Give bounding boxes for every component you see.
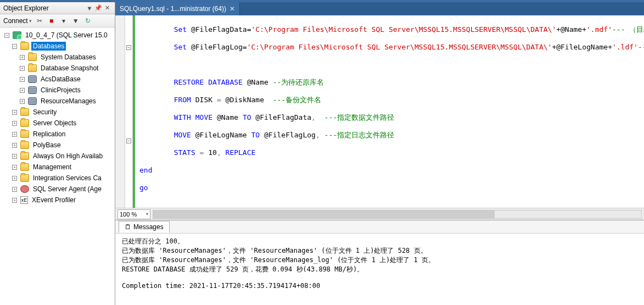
collapse-gutter: − − <box>125 15 133 208</box>
server-node[interactable]: −10_0_4_7 (SQL Server 15.0 <box>0 30 115 41</box>
polybase-node[interactable]: +PolyBase <box>0 140 115 151</box>
agent-icon <box>20 185 29 193</box>
server-objects-node[interactable]: +Server Objects <box>0 118 115 129</box>
messages-tab[interactable]: 🗒 Messages <box>119 221 170 232</box>
messages-panel: 🗒 Messages 已处理百分之 100。 已为数据库 'ResourceMa… <box>115 220 644 305</box>
database-icon <box>28 86 37 94</box>
security-node[interactable]: +Security <box>0 107 115 118</box>
system-databases-node[interactable]: +System Databases <box>0 52 115 63</box>
database-icon <box>28 97 37 105</box>
always-on-node[interactable]: +Always On High Availab <box>0 151 115 162</box>
db-clinic-node[interactable]: +ClinicProjects <box>0 85 115 96</box>
folder-icon <box>20 119 29 127</box>
tab-label: SQLQuery1.sql - 1...ministrator (64)) <box>120 5 226 13</box>
folder-icon <box>20 174 29 182</box>
databases-node[interactable]: −Databases <box>0 41 115 52</box>
editor-statusbar: 100 % <box>115 208 644 220</box>
horizontal-scrollbar[interactable] <box>153 210 642 219</box>
xevent-icon: xE <box>20 196 28 204</box>
zoom-select[interactable]: 100 % <box>117 209 150 219</box>
connect-button[interactable]: Connect <box>3 17 32 25</box>
disconnect-icon[interactable]: ✂ <box>35 17 44 25</box>
pin-icon[interactable]: 📌 <box>94 4 103 12</box>
tree-view[interactable]: −10_0_4_7 (SQL Server 15.0 −Databases +S… <box>0 27 115 305</box>
folder-icon <box>20 163 29 171</box>
database-icon <box>28 75 37 83</box>
xevent-node[interactable]: +xEXEvent Profiler <box>0 195 115 206</box>
messages-tabbar: 🗒 Messages <box>115 220 644 234</box>
folder-icon <box>20 108 29 116</box>
messages-icon: 🗒 <box>125 223 131 231</box>
messages-output[interactable]: 已处理百分之 100。 已为数据库 'ResourceManages'，文件 '… <box>115 234 644 305</box>
dropdown-icon[interactable]: ▼ <box>85 5 94 12</box>
server-icon <box>13 31 21 39</box>
db-resource-node[interactable]: +ResourceManages <box>0 96 115 107</box>
replication-node[interactable]: +Replication <box>0 129 115 140</box>
code-editor[interactable]: − − Set @FileFlagData='C:\Program Files\… <box>115 15 644 208</box>
tab-bar: SQLQuery1.sql - 1...ministrator (64)) ✕ <box>115 2 644 15</box>
management-node[interactable]: +Management <box>0 162 115 173</box>
refresh-icon[interactable]: ↻ <box>83 17 92 25</box>
db-acs-node[interactable]: +AcsDataBase <box>0 74 115 85</box>
database-snapshot-node[interactable]: +Database Snapshot <box>0 63 115 74</box>
messages-tab-label: Messages <box>133 223 164 231</box>
panel-header: Object Explorer ▼ 📌 ✕ <box>0 2 115 14</box>
folder-icon <box>20 152 29 160</box>
folder-icon <box>28 64 37 72</box>
collapse-box[interactable]: − <box>126 138 131 143</box>
folder-icon <box>20 42 29 50</box>
panel-title: Object Explorer <box>3 4 85 12</box>
connect-toolbar: Connect ✂ ■ ▾ ▼ ↻ <box>0 14 115 27</box>
filter-icon[interactable]: ▼ <box>71 17 80 25</box>
editor-panel: SQLQuery1.sql - 1...ministrator (64)) ✕ … <box>115 2 644 305</box>
folder-icon <box>28 53 37 61</box>
tab-sqlquery1[interactable]: SQLQuery1.sql - 1...ministrator (64)) ✕ <box>115 2 240 15</box>
integration-node[interactable]: +Integration Services Ca <box>0 173 115 184</box>
close-panel-icon[interactable]: ✕ <box>103 4 111 12</box>
editor-gutter <box>115 15 125 208</box>
folder-icon <box>20 130 29 138</box>
filter-dropdown-icon[interactable]: ▾ <box>59 17 68 25</box>
stop-icon[interactable]: ■ <box>47 17 56 25</box>
scroll-thumb[interactable] <box>153 210 495 218</box>
object-explorer-panel: Object Explorer ▼ 📌 ✕ Connect ✂ ■ ▾ ▼ ↻ … <box>0 2 115 305</box>
agent-node[interactable]: +SQL Server Agent (Age <box>0 184 115 195</box>
tab-close-icon[interactable]: ✕ <box>229 5 235 13</box>
collapse-box[interactable]: − <box>126 45 131 50</box>
code-area[interactable]: Set @FileFlagData='C:\Program Files\Micr… <box>135 15 644 208</box>
folder-icon <box>20 141 29 149</box>
